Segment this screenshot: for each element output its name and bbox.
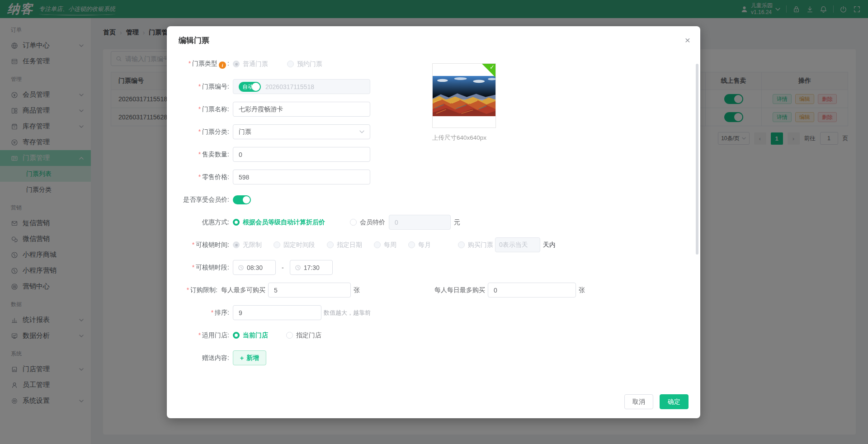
radio-label: 每月 xyxy=(418,241,431,249)
radio-label: 当前门店 xyxy=(243,331,268,340)
radio-reserve-ticket[interactable]: 预约门票 xyxy=(287,60,322,68)
clock-icon xyxy=(238,265,244,271)
field-purchase-limit: 订购限制: 每人最多可购买 5 张 每人每日最多购买 0 张 xyxy=(179,283,700,298)
radio-label: 会员特价 xyxy=(360,218,385,227)
unit-yuan: 元 xyxy=(454,218,460,227)
radio-icon xyxy=(233,241,240,248)
ticket-image-upload[interactable]: ✓ xyxy=(432,63,496,128)
radio-icon xyxy=(286,332,293,339)
field-label: 适用门店: xyxy=(179,331,229,340)
field-label: 零售价格: xyxy=(179,173,229,181)
sort-input[interactable]: 9 xyxy=(233,305,321,320)
radio-monthly: 每月 xyxy=(408,241,431,249)
time-separator: - xyxy=(282,264,284,271)
max-per-person-input[interactable]: 5 xyxy=(268,283,351,298)
radio-icon xyxy=(233,219,240,226)
auto-toggle[interactable]: 自动 xyxy=(239,82,261,92)
close-icon[interactable]: × xyxy=(685,35,690,45)
clock-icon xyxy=(295,265,301,271)
add-gift-button[interactable]: + 新增 xyxy=(233,350,266,365)
ticket-category-select[interactable]: 门票 xyxy=(233,124,370,139)
end-time-picker[interactable]: 17:30 xyxy=(290,260,333,275)
info-icon[interactable]: i xyxy=(219,61,226,69)
ticket-photo xyxy=(433,76,495,116)
radio-icon xyxy=(327,241,334,248)
radio-label: 购买门票 xyxy=(468,241,493,249)
field-gift-content: 赠送内容: + 新增 xyxy=(179,350,700,365)
radio-weekly: 每周 xyxy=(374,241,396,249)
modal-title: 编辑门票 xyxy=(179,35,209,46)
plus-icon: + xyxy=(240,354,244,362)
radio-icon xyxy=(458,241,465,248)
member-price-toggle[interactable] xyxy=(233,195,251,204)
retail-price-input[interactable]: 598 xyxy=(233,170,370,184)
radio-fixed-period: 固定时间段 xyxy=(274,241,315,249)
radio-label: 无限制 xyxy=(243,241,262,249)
modal-scrollbar[interactable] xyxy=(696,64,698,255)
radio-specified-date: 指定日期 xyxy=(327,241,362,249)
edit-ticket-modal: 编辑门票 × 门票类型i: 普通门票 预约门票 门票编号: 自动 2026031… xyxy=(167,26,700,418)
ticket-name-input[interactable]: 七彩丹霞畅游卡 xyxy=(233,102,370,117)
upload-size-hint: 上传尺寸640x640px xyxy=(432,134,486,142)
field-label: 售卖数量: xyxy=(179,151,229,159)
field-label: 门票分类: xyxy=(179,128,229,136)
field-label: 可核销时间: xyxy=(179,241,229,249)
radio-icon xyxy=(374,241,381,248)
limit-text-per-person: 每人最多可购买 xyxy=(221,286,265,294)
field-label: 可核销时段: xyxy=(179,264,229,272)
radio-unlimited: 无限制 xyxy=(233,241,262,249)
field-label: 优惠方式: xyxy=(179,218,229,227)
ticket-code-value: 20260317115518 xyxy=(265,83,314,90)
max-per-day-input[interactable]: 0 xyxy=(488,283,576,298)
field-discount-mode: 优惠方式: 根据会员等级自动计算折后价 会员特价 0 元 xyxy=(179,215,700,230)
field-verify-time: 可核销时间: 无限制 固定时间段 指定日期 每周 每月 xyxy=(179,237,700,252)
field-sale-qty: 售卖数量: 0 xyxy=(179,147,700,162)
cancel-button[interactable]: 取消 xyxy=(624,394,653,409)
field-member-price: 是否享受会员价: xyxy=(179,192,700,207)
radio-current-store[interactable]: 当前门店 xyxy=(233,331,268,340)
sale-qty-input[interactable]: 0 xyxy=(233,147,370,162)
field-label: 门票类型i: xyxy=(179,60,229,69)
field-label: 门票名称: xyxy=(179,105,229,113)
field-label: 赠送内容: xyxy=(179,354,229,362)
radio-icon xyxy=(274,241,280,248)
field-label: 排序: xyxy=(179,309,229,317)
field-sort: 排序: 9 数值越大，越靠前 xyxy=(179,305,700,320)
limit-text-per-day: 每人每日最多购买 xyxy=(434,286,485,294)
radio-icon xyxy=(233,332,240,339)
radio-icon xyxy=(233,61,240,67)
radio-label: 预约门票 xyxy=(297,60,322,68)
unit-zhang: 张 xyxy=(579,286,585,294)
radio-after-purchase: 购买门票 xyxy=(458,241,493,249)
confirm-button[interactable]: 确定 xyxy=(660,394,689,409)
field-verify-period: 可核销时段: 08:30 - 17:30 xyxy=(179,260,700,275)
member-special-price-input: 0 xyxy=(389,215,451,230)
radio-label: 固定时间段 xyxy=(283,241,315,249)
radio-icon xyxy=(408,241,415,248)
field-label: 订购限制: xyxy=(179,286,217,294)
radio-label: 每周 xyxy=(384,241,396,249)
radio-label: 普通门票 xyxy=(243,60,268,68)
radio-normal-ticket[interactable]: 普通门票 xyxy=(233,60,268,68)
start-time-picker[interactable]: 08:30 xyxy=(233,260,276,275)
radio-label: 指定日期 xyxy=(337,241,362,249)
radio-member-special-price[interactable]: 会员特价 xyxy=(350,218,385,227)
check-icon: ✓ xyxy=(490,64,495,71)
unit-zhang: 张 xyxy=(354,286,360,294)
field-applicable-stores: 适用门店: 当前门店 指定门店 xyxy=(179,328,700,343)
radio-label: 指定门店 xyxy=(296,331,321,340)
radio-icon xyxy=(287,61,294,67)
radio-label: 根据会员等级自动计算折后价 xyxy=(243,218,325,227)
sort-hint: 数值越大，越靠前 xyxy=(324,309,371,317)
field-label: 门票编号: xyxy=(179,83,229,91)
field-retail-price: 零售价格: 598 xyxy=(179,170,700,184)
unit-days: 天内 xyxy=(543,241,556,249)
radio-auto-discount[interactable]: 根据会员等级自动计算折后价 xyxy=(233,218,325,227)
days-input: 0表示当天 xyxy=(495,237,540,252)
radio-specified-store[interactable]: 指定门店 xyxy=(286,331,321,340)
chevron-down-icon xyxy=(359,130,364,133)
radio-icon xyxy=(350,219,357,226)
field-label: 是否享受会员价: xyxy=(179,196,229,204)
ticket-code-input: 自动 20260317115518 xyxy=(233,79,370,94)
